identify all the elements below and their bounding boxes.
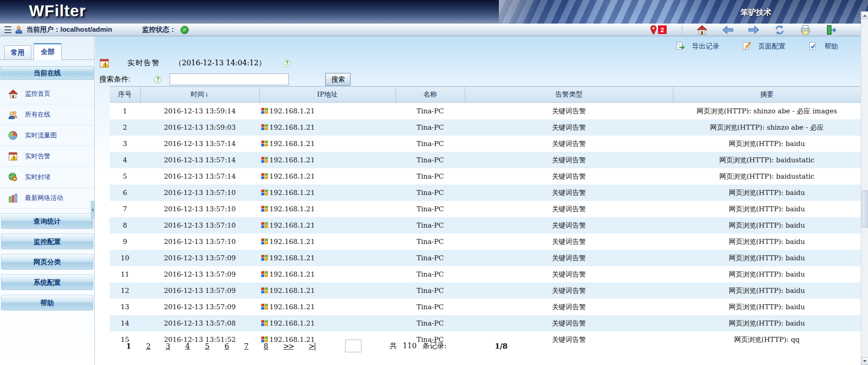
current-user-label: 当前用户：localhost/admin (26, 25, 112, 34)
sidebar-item-all-online[interactable]: 所有在线 (0, 104, 94, 125)
table-row[interactable]: 22016-12-13 13:59:03192.168.1.21Tina-PC关… (110, 119, 861, 136)
sidebar-item-label: 实时封堵 (25, 173, 50, 181)
alert-time: 2016-12-13 13:57:10 (140, 185, 259, 201)
table-row[interactable]: 92016-12-13 13:57:10192.168.1.21Tina-PC关… (110, 234, 861, 250)
home-icon (8, 89, 18, 99)
sidebar-item-monitor-home[interactable]: 监控首页 (0, 83, 94, 104)
globe-block-icon (8, 172, 18, 182)
sidebar-section-monitor-config[interactable]: 监控配置 (1, 234, 93, 249)
alert-summary: 网页浏览(HTTP): shinzo abe - 必应 images (673, 103, 861, 120)
device-name: Tina-PC (395, 315, 465, 331)
table-row[interactable]: 82016-12-13 13:57:10192.168.1.21Tina-PC关… (110, 217, 861, 234)
home-button[interactable] (696, 24, 708, 35)
scrollbar-thumb[interactable] (862, 190, 868, 228)
col-name[interactable]: 名称 (395, 87, 465, 103)
windows-os-icon (261, 157, 268, 163)
table-row[interactable]: 12016-12-13 13:59:14192.168.1.21Tina-PC关… (110, 103, 861, 120)
sidebar-section-online[interactable]: 当前在线 (0, 66, 94, 80)
next-group-link[interactable]: >> (283, 342, 293, 350)
sidebar-item-label: 实时流量图 (25, 131, 57, 140)
ip-address: 192.168.1.21 (269, 254, 315, 262)
scroll-up-icon (863, 13, 867, 17)
toolbar-separator (682, 25, 683, 34)
page-link[interactable]: 5 (205, 342, 210, 350)
windows-os-icon (261, 206, 268, 212)
search-button[interactable]: 搜索 (325, 73, 351, 86)
sidebar-item-traffic-chart[interactable]: 实时流量图 (0, 125, 94, 146)
sidebar-item-latest-activity[interactable]: 最新网络活动 (0, 188, 94, 209)
tab-all[interactable]: 全部 (34, 43, 62, 60)
table-row[interactable]: 52016-12-13 13:57:14192.168.1.21Tina-PC关… (110, 168, 861, 185)
alert-time: 2016-12-13 13:57:08 (140, 315, 259, 331)
scroll-down-button[interactable] (861, 357, 868, 365)
ip-cell: 192.168.1.21 (259, 103, 395, 120)
alert-time: 2016-12-13 13:57:10 (140, 201, 259, 217)
menu-icon[interactable] (5, 26, 11, 33)
alert-count-badge: 2 (658, 25, 667, 34)
page-config-label: 页面配置 (758, 42, 785, 51)
alert-calendar-icon (8, 151, 18, 161)
col-ip[interactable]: IP地址 (259, 87, 395, 103)
table-row[interactable]: 42016-12-13 13:57:14192.168.1.21Tina-PC关… (110, 152, 861, 168)
table-row[interactable]: 132016-12-13 13:57:09192.168.1.21Tina-PC… (110, 299, 861, 315)
row-index: 14 (110, 315, 140, 331)
ip-cell: 192.168.1.21 (259, 266, 395, 282)
page-link[interactable]: 3 (166, 342, 170, 350)
sidebar-section-query-stats[interactable]: 查询统计 (1, 213, 93, 229)
table-row[interactable]: 62016-12-13 13:57:10192.168.1.21Tina-PC关… (110, 185, 861, 201)
sidebar-collapse-handle[interactable] (91, 201, 95, 219)
vertical-scrollbar[interactable] (861, 11, 868, 365)
sidebar-item-realtime-block[interactable]: 实时封堵 (0, 167, 94, 188)
scroll-up-button[interactable] (861, 11, 868, 19)
table-row[interactable]: 32016-12-13 13:57:14192.168.1.21Tina-PC关… (110, 136, 861, 152)
table-row[interactable]: 112016-12-13 13:57:09192.168.1.21Tina-PC… (110, 266, 861, 282)
alert-summary: 网页浏览(HTTP): baidustatic (673, 152, 861, 168)
row-index: 6 (110, 185, 140, 201)
col-summary[interactable]: 摘要 (673, 87, 861, 103)
page-link[interactable]: 7 (244, 342, 249, 350)
sidebar-section-help[interactable]: 帮助 (1, 295, 93, 311)
alert-type: 关键词告警 (465, 168, 673, 185)
last-page-link[interactable]: >| (308, 342, 315, 350)
alert-summary: 网页浏览(HTTP): baidu (673, 282, 861, 299)
ip-address: 192.168.1.21 (269, 205, 315, 213)
sidebar-item-realtime-alerts[interactable]: 实时告警 (0, 146, 94, 167)
page-link[interactable]: 4 (185, 342, 190, 350)
page-jump-input[interactable] (345, 340, 361, 352)
search-help-icon[interactable] (154, 76, 161, 83)
device-name: Tina-PC (395, 250, 465, 266)
page-link[interactable]: 6 (224, 342, 229, 350)
alert-type: 关键词告警 (465, 266, 673, 282)
col-alert-type[interactable]: 告警类型 (465, 87, 673, 103)
ip-address: 192.168.1.21 (269, 270, 315, 278)
print-icon (800, 25, 811, 35)
page-link[interactable]: 2 (146, 342, 151, 350)
col-time[interactable]: 时间↓ (140, 87, 259, 103)
sidebar-section-system-config[interactable]: 系统配置 (1, 274, 93, 290)
page-config-button[interactable]: 页面配置 (742, 42, 785, 51)
ip-address: 192.168.1.21 (269, 287, 315, 295)
back-button[interactable] (722, 24, 734, 35)
alert-type: 关键词告警 (465, 217, 673, 234)
sidebar-item-label: 监控首页 (25, 90, 50, 98)
search-input[interactable] (170, 73, 289, 85)
table-row[interactable]: 72016-12-13 13:57:10192.168.1.21Tina-PC关… (110, 201, 861, 217)
print-button[interactable] (800, 24, 811, 35)
export-records-button[interactable]: 导出记录 (676, 42, 719, 51)
title-help-icon[interactable] (283, 59, 291, 67)
table-row[interactable]: 142016-12-13 13:57:08192.168.1.21Tina-PC… (110, 315, 861, 331)
page-link[interactable]: 8 (263, 342, 268, 350)
help-button[interactable]: 帮助 (808, 42, 838, 51)
forward-button[interactable] (748, 24, 760, 35)
table-row[interactable]: 122016-12-13 13:57:09192.168.1.21Tina-PC… (110, 282, 861, 299)
sidebar-sections: 查询统计 监控配置 网页分类 系统配置 帮助 (0, 213, 94, 311)
alert-pin-icon (649, 25, 658, 35)
alert-summary: 网页浏览(HTTP): baidu (673, 299, 861, 315)
col-index[interactable]: 序号 (110, 87, 140, 103)
exit-button[interactable] (825, 24, 837, 35)
table-row[interactable]: 102016-12-13 13:57:09192.168.1.21Tina-PC… (110, 250, 861, 266)
refresh-button[interactable] (774, 24, 785, 35)
tab-common[interactable]: 常用 (4, 45, 31, 59)
alert-indicator[interactable]: 2 (649, 25, 667, 35)
sidebar-section-web-category[interactable]: 网页分类 (1, 254, 93, 270)
